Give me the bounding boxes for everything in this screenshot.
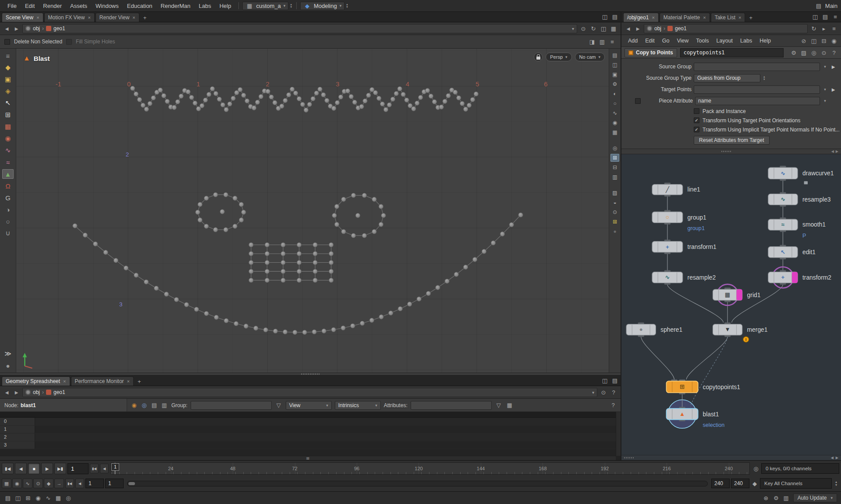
tool-grab-icon[interactable]: G xyxy=(2,193,14,202)
path-field[interactable]: obj › geo1 xyxy=(644,24,808,33)
path-node[interactable]: geo1 xyxy=(675,25,687,32)
source-group-type-stepper[interactable]: ▴▾ xyxy=(763,75,766,81)
network-node-group1[interactable]: ○group1group1 xyxy=(652,210,706,231)
projection-dropdown[interactable]: Persp▾ xyxy=(546,53,571,61)
ghost-display-icon[interactable]: ▨ xyxy=(610,189,619,197)
avatar-icon[interactable]: ◉ xyxy=(830,37,838,45)
lock-camera-button[interactable] xyxy=(534,53,543,61)
menu-go[interactable]: Go xyxy=(659,37,673,45)
network-node-resample3[interactable]: ∿resample3 xyxy=(768,192,831,206)
step-back-button[interactable]: ◀ xyxy=(100,464,109,473)
tab-close-icon[interactable]: × xyxy=(738,15,741,20)
display-templates-icon[interactable]: ▦ xyxy=(54,494,62,502)
tab-material-palette[interactable]: Material Palette× xyxy=(660,13,710,22)
points-mode-icon[interactable]: ▤ xyxy=(150,401,158,409)
tool-clay-icon[interactable]: ◈ xyxy=(2,86,14,96)
tab-close-icon[interactable]: × xyxy=(36,15,39,20)
gear-icon[interactable]: ⚙ xyxy=(772,494,780,502)
delete-non-selected-checkbox[interactable] xyxy=(4,39,10,45)
pin-params-icon[interactable]: ⊙ xyxy=(820,49,828,57)
dropdown-icon[interactable]: ▾ xyxy=(822,99,828,103)
range-start-field[interactable]: 1 xyxy=(105,479,124,488)
range-slider[interactable] xyxy=(127,481,708,486)
path-root[interactable]: obj xyxy=(33,389,40,395)
range-back-button[interactable]: ◀ xyxy=(75,479,84,488)
timeline[interactable]: 1 24487296120144168192216240 xyxy=(111,462,750,475)
scene-light-icon[interactable]: ◒ xyxy=(610,199,619,206)
node-name-field[interactable]: copytopoints1 xyxy=(680,48,784,57)
range-slider-handle[interactable] xyxy=(128,482,135,485)
desktop-selector[interactable]: Main xyxy=(825,3,837,9)
key-toggle-icon[interactable]: ◆ xyxy=(44,479,53,488)
mode-stepper[interactable]: ▴▾ xyxy=(345,3,349,8)
flag-icon[interactable]: ▸ xyxy=(820,25,828,32)
reselect-icon[interactable]: ▶ xyxy=(830,64,837,69)
tab-take-list[interactable]: Take List× xyxy=(711,13,745,22)
pane-menu-icon[interactable]: ▤ xyxy=(611,13,619,21)
source-group-field[interactable] xyxy=(694,63,820,71)
pane-splitter[interactable] xyxy=(0,373,621,376)
tab-motion-fx-view[interactable]: Motion FX View× xyxy=(44,13,95,22)
network-node-sphere1[interactable]: ●sphere1 xyxy=(626,323,683,337)
custom-toolset-stepper[interactable]: ▴▾ xyxy=(289,3,293,8)
display-curves-icon[interactable]: ∿ xyxy=(44,494,52,502)
tool-select-icon[interactable]: ↖ xyxy=(2,98,14,108)
group-filter-field[interactable] xyxy=(191,401,272,410)
vertical-scrollbar[interactable] xyxy=(616,412,621,456)
tool-sculpt-icon[interactable]: ◑ xyxy=(2,205,14,214)
path-root[interactable]: obj xyxy=(33,25,40,32)
path-field[interactable]: obj › geo1 ▾ xyxy=(22,388,597,397)
table-options-icon[interactable]: ▦ xyxy=(506,401,514,409)
menu-add[interactable]: Add xyxy=(625,37,641,45)
range-start-button[interactable]: ▮◀ xyxy=(65,479,74,488)
tool-rig-icon[interactable]: ∿ xyxy=(2,146,14,155)
current-frame-field[interactable]: 1 xyxy=(67,463,89,474)
spreadsheet-table[interactable]: 0123 ▦ xyxy=(0,412,621,460)
scroll-right-icon[interactable]: ▶ xyxy=(836,456,838,460)
path-node[interactable]: geo1 xyxy=(53,25,65,32)
menu-render[interactable]: Render xyxy=(39,1,66,11)
audio-toggle-icon[interactable]: ◉ xyxy=(12,479,22,488)
viewport-camera-icon[interactable]: ● xyxy=(610,227,619,235)
reselect-icon[interactable]: ▶ xyxy=(830,87,837,92)
prims-mode-icon[interactable]: ▥ xyxy=(160,401,168,409)
network-canvas[interactable]: ╱line1∿drawcurve1∿resample3○group1group1… xyxy=(621,154,841,455)
play-button[interactable]: ▶ xyxy=(41,463,53,474)
path-node[interactable]: geo1 xyxy=(53,389,65,395)
transform-using-implicit-target-point-normals-if-no-point-checkbox[interactable]: ✓ xyxy=(694,127,699,132)
tab-scene-view[interactable]: Scene View× xyxy=(2,13,43,22)
tab-obj-geo1[interactable]: /obj/geo1× xyxy=(623,13,659,22)
menu-labs[interactable]: Labs xyxy=(195,1,215,11)
nav-back-button[interactable]: ◀ xyxy=(3,26,11,31)
gear-icon[interactable]: ⚙ xyxy=(790,49,798,57)
custom-toolset-dropdown[interactable]: ▦ custom_a ▾ xyxy=(242,2,288,10)
stop-button[interactable]: ■ xyxy=(28,463,40,474)
viewport-canvas[interactable]: -1012345623 xyxy=(16,49,609,373)
source-group-type-menu[interactable]: Guess from Group xyxy=(694,74,760,82)
normals-icon[interactable]: ∿ xyxy=(610,109,619,117)
global-end-field[interactable]: 240 xyxy=(731,479,749,488)
spreadsheet-row[interactable]: 0 xyxy=(0,418,621,426)
key-all-channels-button[interactable]: Key All Channels xyxy=(760,478,832,489)
help-icon[interactable]: ? xyxy=(610,388,617,396)
reset-attributes-button[interactable]: Reset Attributes from Target xyxy=(694,136,770,145)
pane-maximize-icon[interactable]: ◫ xyxy=(811,13,819,21)
menu-view[interactable]: View xyxy=(673,37,692,45)
network-editor[interactable]: ╱line1∿drawcurve1∿resample3○group1group1… xyxy=(621,154,841,455)
tool-pose-icon[interactable]: ◉ xyxy=(2,134,14,143)
snap-icon[interactable]: ⊞ xyxy=(610,154,619,162)
points-display-icon[interactable]: ◉ xyxy=(610,119,619,127)
help-icon[interactable]: ? xyxy=(609,401,617,409)
network-node-transform1[interactable]: +transform1 xyxy=(652,240,717,254)
display-geometry-icon[interactable]: ◫ xyxy=(14,494,22,502)
split-vertical-icon[interactable]: ⊟ xyxy=(820,37,828,45)
display-grid-icon[interactable]: ⊞ xyxy=(24,494,32,502)
tool-paint-icon[interactable]: ◆ xyxy=(2,63,14,72)
tool-box-icon[interactable]: ▣ xyxy=(2,75,14,84)
network-node-line1[interactable]: ╱line1 xyxy=(652,183,700,197)
piece-attribute-checkbox[interactable] xyxy=(635,98,641,104)
camera-dropdown[interactable]: No cam▾ xyxy=(575,53,605,61)
display-objects-icon[interactable]: ▤ xyxy=(4,494,12,502)
magnifier-icon[interactable]: ◎ xyxy=(810,49,818,57)
view-dropdown[interactable]: View▾ xyxy=(286,401,332,410)
